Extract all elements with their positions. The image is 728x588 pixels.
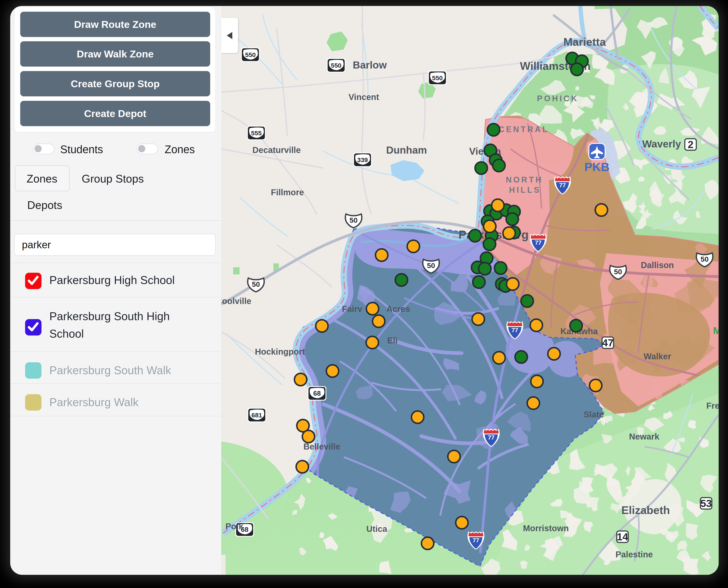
svg-text:Marietta: Marietta <box>563 36 606 48</box>
svg-text:Palestine: Palestine <box>616 550 653 559</box>
svg-text:339: 339 <box>357 156 368 163</box>
svg-text:Freeport: Freeport <box>706 401 719 411</box>
svg-text:550: 550 <box>331 62 341 69</box>
svg-text:Dallison: Dallison <box>641 260 674 270</box>
svg-text:Walker: Walker <box>644 352 671 361</box>
svg-text:Dunham: Dunham <box>386 144 427 156</box>
svg-text:77: 77 <box>559 182 566 188</box>
svg-text:Elizabeth: Elizabeth <box>621 504 670 516</box>
svg-text:Decaturville: Decaturville <box>252 145 301 155</box>
svg-text:50: 50 <box>252 280 260 288</box>
svg-text:550: 550 <box>432 75 443 82</box>
svg-text:Slate: Slate <box>584 410 604 419</box>
svg-text:77: 77 <box>488 434 494 441</box>
svg-text:HILLS: HILLS <box>509 186 541 194</box>
svg-text:2: 2 <box>688 139 693 150</box>
svg-text:Newark: Newark <box>629 432 660 441</box>
svg-text:Polk: Polk <box>226 522 244 531</box>
svg-text:Eli: Eli <box>387 336 398 345</box>
svg-text:Acres: Acres <box>386 304 410 314</box>
svg-text:Coolville: Coolville <box>221 296 251 306</box>
svg-text:555: 555 <box>251 129 262 136</box>
svg-text:Mo: Mo <box>713 325 719 336</box>
svg-text:77: 77 <box>473 537 479 544</box>
svg-text:77: 77 <box>535 239 541 246</box>
svg-text:PKB: PKB <box>584 160 609 174</box>
svg-text:Fillmore: Fillmore <box>271 188 304 197</box>
svg-text:Hockingport: Hockingport <box>255 347 305 356</box>
svg-text:68: 68 <box>313 390 321 397</box>
svg-text:POHICK: POHICK <box>537 94 579 103</box>
svg-text:50: 50 <box>427 261 435 270</box>
svg-text:Waverly: Waverly <box>642 138 681 150</box>
svg-text:NORTH: NORTH <box>506 175 543 184</box>
svg-text:53: 53 <box>700 498 712 509</box>
svg-text:Utica: Utica <box>366 524 388 533</box>
svg-text:14: 14 <box>617 531 628 543</box>
svg-text:Barlow: Barlow <box>353 59 387 71</box>
svg-text:Fairv: Fairv <box>342 304 362 314</box>
svg-text:681: 681 <box>251 412 262 419</box>
svg-text:Morristown: Morristown <box>523 524 569 533</box>
svg-text:CENTRAL: CENTRAL <box>498 125 549 134</box>
svg-text:50: 50 <box>614 268 622 276</box>
svg-text:50: 50 <box>701 255 709 263</box>
svg-text:Vincent: Vincent <box>349 92 379 102</box>
svg-text:47: 47 <box>602 337 613 349</box>
svg-text:77: 77 <box>512 327 518 333</box>
svg-text:50: 50 <box>350 216 358 224</box>
svg-text:550: 550 <box>245 51 256 58</box>
